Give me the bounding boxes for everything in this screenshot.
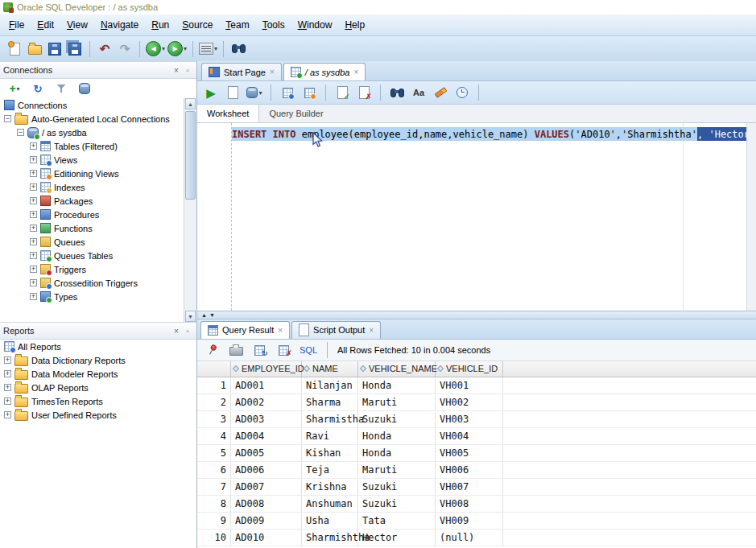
- sql-tuning-button[interactable]: [300, 83, 318, 102]
- expand-icon[interactable]: +: [4, 356, 11, 364]
- scroll-down-icon[interactable]: ▼: [185, 311, 196, 322]
- save-button[interactable]: [46, 39, 64, 59]
- menu-help[interactable]: Help: [338, 16, 371, 34]
- vehicle-id-cell[interactable]: VH001: [436, 377, 503, 393]
- name-cell[interactable]: Krishna: [302, 479, 358, 495]
- tab-close-icon[interactable]: ×: [353, 68, 358, 76]
- back-button[interactable]: ◀▾: [146, 39, 165, 59]
- tree-item-packages[interactable]: + Packages: [0, 194, 196, 208]
- new-connection-button[interactable]: +▾: [6, 79, 23, 98]
- search-button[interactable]: [229, 39, 247, 59]
- tree-item-connections[interactable]: Connections: [0, 98, 196, 112]
- forward-button[interactable]: ▶▾: [167, 39, 187, 59]
- expand-icon[interactable]: +: [30, 156, 37, 163]
- delete-fetched-button[interactable]: ✗: [275, 340, 293, 360]
- row-number-cell[interactable]: 10: [197, 529, 231, 546]
- collapse-icon[interactable]: −: [17, 129, 24, 136]
- print-button[interactable]: [227, 340, 245, 360]
- expand-icon[interactable]: +: [30, 266, 37, 273]
- column-header-vehicle-name[interactable]: VEHICLE_NAME: [358, 361, 436, 377]
- connections-scrollbar[interactable]: ▲ ▼: [184, 98, 196, 322]
- splitter-up-icon[interactable]: ▲: [201, 312, 207, 318]
- connections-close-icon[interactable]: ×: [171, 64, 182, 76]
- vehicle-id-cell[interactable]: VH009: [436, 513, 503, 529]
- filter-button[interactable]: [52, 79, 70, 98]
- name-cell[interactable]: Ravi: [302, 428, 358, 444]
- row-number-cell[interactable]: 1: [197, 377, 231, 393]
- vehicle-name-cell[interactable]: Maruti: [358, 394, 436, 410]
- tree-item-tables[interactable]: + Tables (Filtered): [0, 139, 196, 153]
- vehicle-id-cell[interactable]: VH006: [436, 462, 503, 478]
- vehicle-id-cell[interactable]: VH003: [436, 411, 503, 427]
- splitter-down-icon[interactable]: ▼: [209, 312, 215, 318]
- find-db-object-button[interactable]: [388, 83, 406, 102]
- vehicle-name-cell[interactable]: Honda: [358, 428, 436, 444]
- vehicle-id-cell[interactable]: (null): [436, 529, 503, 546]
- tree-item-auto-generated[interactable]: − Auto-Generated Local Connections: [0, 112, 196, 126]
- tree-item-data-dictionary-reports[interactable]: + Data Dictionary Reports: [0, 353, 196, 367]
- tree-item-procedures[interactable]: + Procedures: [0, 208, 196, 221]
- tab-worksheet[interactable]: Worksheet: [197, 105, 259, 122]
- tree-item-timesten-reports[interactable]: + TimesTen Reports: [0, 394, 196, 408]
- open-file-button[interactable]: [26, 39, 43, 59]
- row-number-cell[interactable]: 7: [197, 479, 231, 495]
- employee-id-cell[interactable]: AD005: [231, 445, 302, 461]
- employee-id-cell[interactable]: AD002: [231, 394, 302, 410]
- name-cell[interactable]: Sharma: [302, 394, 358, 410]
- vehicle-name-cell[interactable]: Suzuki: [358, 496, 436, 512]
- column-header-name[interactable]: NAME: [302, 361, 358, 377]
- expand-icon[interactable]: +: [30, 225, 37, 232]
- tree-item-data-modeler-reports[interactable]: + Data Modeler Reports: [0, 367, 196, 381]
- refresh-grid-button[interactable]: ↻: [251, 340, 269, 360]
- tree-item-triggers[interactable]: + Triggers: [0, 262, 196, 276]
- undo-button[interactable]: ↶: [96, 39, 114, 59]
- collapse-icon[interactable]: −: [4, 115, 11, 122]
- employee-id-cell[interactable]: AD001: [231, 377, 302, 393]
- expand-icon[interactable]: +: [30, 142, 37, 150]
- vehicle-name-cell[interactable]: Hector: [358, 529, 436, 546]
- column-header-vehicle-id[interactable]: VEHICLE_ID: [436, 361, 503, 377]
- name-cell[interactable]: Sharmishtha: [302, 529, 358, 546]
- tab-close-icon[interactable]: ×: [270, 68, 275, 76]
- sql-history-button[interactable]: [453, 83, 471, 102]
- vehicle-name-cell[interactable]: Suzuki: [358, 479, 436, 495]
- tree-item-user-defined-reports[interactable]: + User Defined Reports: [0, 408, 196, 422]
- tree-item-views[interactable]: + Views: [0, 153, 196, 167]
- row-number-cell[interactable]: 5: [197, 445, 231, 461]
- tab-script-output[interactable]: Script Output ×: [291, 321, 381, 339]
- back-dropdown-icon[interactable]: ▾: [162, 45, 165, 52]
- tab-sysdba-worksheet[interactable]: / as sysdba ×: [283, 63, 366, 80]
- connections-panel-menu-icon[interactable]: ▫: [182, 64, 193, 76]
- redo-button[interactable]: ↷: [116, 39, 134, 59]
- expand-icon[interactable]: +: [4, 411, 11, 418]
- menu-file[interactable]: File: [2, 16, 31, 34]
- connection-list-button[interactable]: [76, 79, 93, 98]
- tab-start-page[interactable]: Start Page ×: [201, 63, 282, 80]
- name-cell[interactable]: Kishan: [302, 445, 358, 461]
- tree-item-queues[interactable]: + Queues: [0, 235, 196, 249]
- commit-button[interactable]: ✓: [333, 83, 351, 102]
- new-file-button[interactable]: [6, 39, 23, 59]
- save-all-button[interactable]: [66, 39, 84, 59]
- row-number-cell[interactable]: 2: [197, 394, 231, 410]
- tab-close-icon[interactable]: ×: [369, 326, 374, 335]
- employee-id-cell[interactable]: AD004: [231, 428, 302, 444]
- expand-icon[interactable]: +: [4, 398, 11, 405]
- employee-id-cell[interactable]: AD010: [231, 529, 302, 546]
- expand-icon[interactable]: +: [30, 183, 37, 191]
- tree-item-olap-reports[interactable]: + OLAP Reports: [0, 381, 196, 394]
- tree-item-sysdba[interactable]: − / as sysdba: [0, 126, 196, 139]
- editor-scrollbar[interactable]: [746, 123, 756, 311]
- refresh-connections-button[interactable]: ↻: [29, 79, 47, 98]
- employee-id-cell[interactable]: AD009: [231, 513, 302, 529]
- forward-dropdown-icon[interactable]: ▾: [184, 45, 187, 52]
- employee-id-cell[interactable]: AD007: [231, 479, 302, 495]
- row-number-cell[interactable]: 8: [197, 496, 231, 512]
- row-number-header[interactable]: [197, 361, 231, 377]
- sql-worksheet-link[interactable]: SQL: [300, 345, 317, 355]
- tree-item-all-reports[interactable]: All Reports: [0, 340, 196, 353]
- tab-query-builder[interactable]: Query Builder: [259, 105, 333, 122]
- name-cell[interactable]: Teja: [302, 462, 358, 478]
- explain-plan-button[interactable]: [279, 83, 296, 102]
- name-cell[interactable]: Anshuman: [302, 496, 358, 512]
